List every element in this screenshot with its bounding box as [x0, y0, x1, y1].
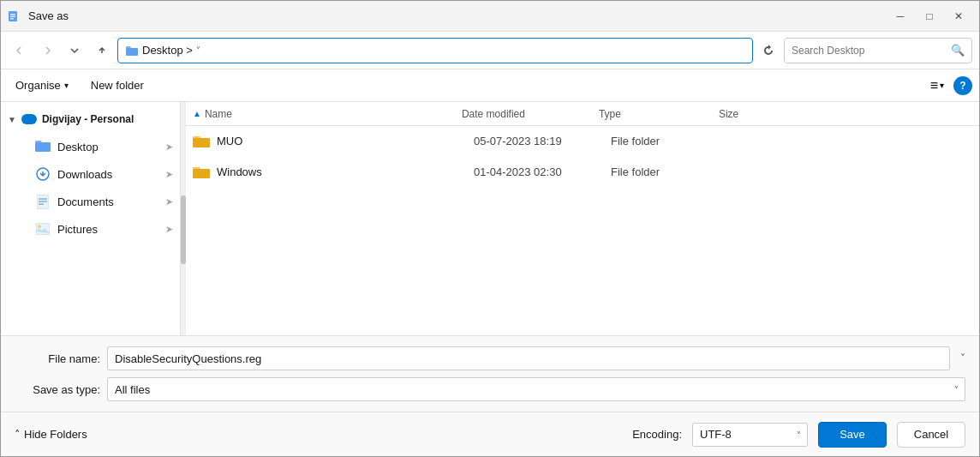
- window-controls: ─ □ ✕: [887, 4, 972, 28]
- hide-folders-button[interactable]: ˄ Hide Folders: [15, 428, 87, 441]
- svg-rect-5: [35, 142, 51, 152]
- address-bar[interactable]: Desktop > ˅: [117, 38, 753, 63]
- encoding-select-wrapper: UTF-8 UTF-16 ANSI UTF-8 with BOM ˅: [692, 423, 808, 447]
- forward-button[interactable]: [35, 39, 59, 63]
- dialog-title: Save as: [28, 9, 887, 22]
- address-path: Desktop >: [142, 44, 193, 57]
- table-row[interactable]: MUO 05-07-2023 18:19 File folder: [186, 126, 979, 157]
- main-area: ▼ Digvijay - Personal Desktop ➤ Download…: [1, 102, 979, 335]
- save-as-dialog: Save as ─ □ ✕ Desktop > ˅: [0, 0, 980, 457]
- view-options-button[interactable]: ≡ ▾: [924, 74, 950, 98]
- col-name-header[interactable]: Name: [205, 108, 462, 120]
- sidebar-item-label: Desktop: [57, 141, 99, 153]
- footer-right: Encoding: UTF-8 UTF-16 ANSI UTF-8 with B…: [632, 422, 965, 448]
- sidebar-scrollbar[interactable]: [181, 102, 186, 335]
- sidebar-item-label: Pictures: [57, 223, 98, 236]
- pictures-icon: [35, 222, 51, 236]
- pin-icon: ➤: [165, 141, 173, 153]
- new-folder-button[interactable]: New folder: [83, 75, 152, 97]
- hide-folders-label: Hide Folders: [24, 428, 87, 441]
- back-button[interactable]: [8, 39, 32, 63]
- recent-locations-button[interactable]: [63, 39, 87, 63]
- svg-rect-3: [10, 18, 14, 20]
- search-icon[interactable]: 🔍: [951, 44, 965, 57]
- pin-icon: ➤: [165, 196, 173, 207]
- pin-icon: ➤: [165, 169, 173, 180]
- svg-rect-14: [193, 169, 210, 178]
- sidebar-scrollbar-thumb[interactable]: [181, 195, 186, 264]
- col-date-header[interactable]: Date modified: [462, 108, 599, 120]
- savetype-row: Save as type: All files Text Documents (…: [15, 377, 965, 401]
- search-input[interactable]: [792, 45, 951, 57]
- refresh-button[interactable]: [756, 39, 780, 63]
- filename-label: File name:: [15, 352, 100, 365]
- pin-icon: ➤: [165, 224, 173, 235]
- sidebar-expand-icon: ▼: [8, 115, 16, 124]
- svg-rect-4: [126, 48, 138, 56]
- table-row[interactable]: Windows 01-04-2023 02:30 File folder: [186, 157, 979, 188]
- file-list-header: ▲ Name Date modified Type Size: [186, 102, 979, 126]
- address-folder-icon: [125, 44, 139, 57]
- filename-row: File name: ˅: [15, 346, 965, 370]
- desktop-icon: [35, 139, 51, 155]
- sidebar-onedrive-header[interactable]: ▼ Digvijay - Personal: [1, 105, 180, 133]
- svg-point-12: [38, 225, 41, 228]
- file-name: MUO: [217, 135, 474, 147]
- search-bar[interactable]: 🔍: [784, 38, 972, 63]
- savetype-select-wrapper: All files Text Documents (*.txt) All Fil…: [107, 377, 965, 401]
- file-date: 05-07-2023 18:19: [474, 135, 611, 147]
- close-button[interactable]: ✕: [945, 4, 972, 28]
- filename-input[interactable]: [107, 346, 950, 370]
- savetype-label: Save as type:: [15, 383, 100, 396]
- file-date: 01-04-2023 02:30: [474, 165, 611, 178]
- documents-icon: [35, 195, 51, 208]
- file-type: File folder: [611, 135, 731, 147]
- file-area: ▲ Name Date modified Type Size MUO 05-07…: [186, 102, 979, 335]
- file-list: MUO 05-07-2023 18:19 File folder Windows…: [186, 126, 979, 335]
- sidebar-item-downloads[interactable]: Downloads ➤: [1, 160, 180, 188]
- col-size-header[interactable]: Size: [719, 108, 787, 120]
- up-button[interactable]: [90, 39, 114, 63]
- file-name: Windows: [217, 165, 474, 178]
- minimize-button[interactable]: ─: [887, 4, 914, 28]
- sidebar-item-desktop[interactable]: Desktop ➤: [1, 133, 180, 160]
- file-type: File folder: [611, 165, 731, 178]
- downloads-icon: [35, 167, 51, 181]
- savetype-select[interactable]: All files Text Documents (*.txt) All Fil…: [107, 377, 965, 401]
- filename-dropdown[interactable]: ˅: [960, 352, 965, 364]
- address-bar-row: Desktop > ˅ 🔍: [1, 32, 979, 69]
- footer: ˄ Hide Folders Encoding: UTF-8 UTF-16 AN…: [1, 412, 979, 456]
- save-button[interactable]: Save: [818, 422, 887, 448]
- organise-button[interactable]: Organise ▾: [8, 75, 76, 97]
- hide-folders-chevron: ˄: [15, 428, 21, 441]
- onedrive-icon: [21, 114, 37, 124]
- encoding-label: Encoding:: [632, 428, 682, 441]
- folder-icon: [193, 164, 210, 181]
- folder-icon: [193, 133, 210, 150]
- dialog-icon: [8, 9, 21, 23]
- title-bar: Save as ─ □ ✕: [1, 1, 979, 32]
- svg-rect-2: [10, 15, 15, 17]
- toolbar-row: Organise ▾ New folder ≡ ▾ ?: [1, 69, 979, 102]
- col-type-header[interactable]: Type: [599, 108, 719, 120]
- svg-rect-1: [10, 14, 15, 15]
- encoding-select[interactable]: UTF-8 UTF-16 ANSI UTF-8 with BOM: [692, 423, 808, 447]
- sidebar-item-pictures[interactable]: Pictures ➤: [1, 215, 180, 243]
- help-button[interactable]: ?: [953, 76, 972, 95]
- address-chevron[interactable]: ˅: [196, 45, 200, 55]
- sidebar-onedrive-label: Digvijay - Personal: [42, 113, 134, 125]
- maximize-button[interactable]: □: [916, 4, 943, 28]
- svg-rect-13: [193, 138, 210, 147]
- svg-rect-11: [36, 223, 50, 235]
- cancel-button[interactable]: Cancel: [897, 422, 965, 448]
- sidebar-item-label: Documents: [57, 195, 114, 208]
- sidebar: ▼ Digvijay - Personal Desktop ➤ Download…: [1, 102, 181, 335]
- sort-indicator: ▲: [193, 109, 201, 118]
- sidebar-item-label: Downloads: [57, 168, 112, 181]
- bottom-fields: File name: ˅ Save as type: All files Tex…: [1, 335, 979, 412]
- sidebar-item-documents[interactable]: Documents ➤: [1, 188, 180, 215]
- toolbar-right: ≡ ▾ ?: [924, 74, 972, 98]
